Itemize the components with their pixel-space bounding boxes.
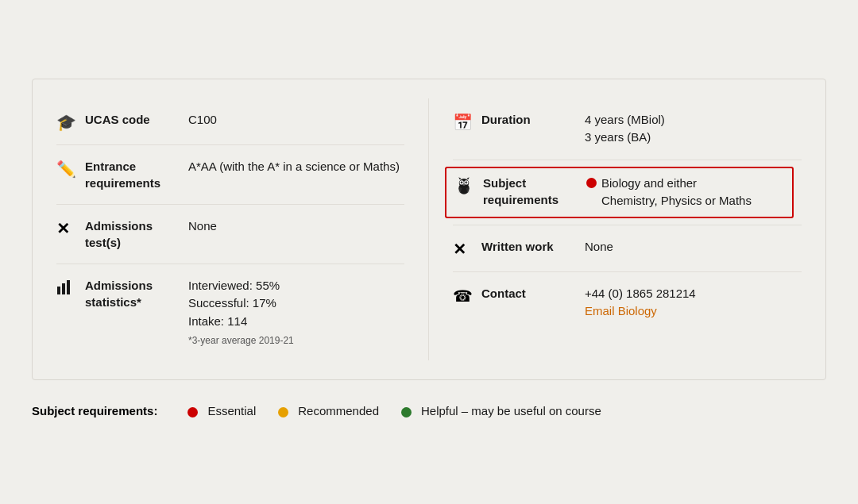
legend-helpful: Helpful – may be useful on course [401, 404, 601, 417]
svg-marker-6 [466, 177, 469, 179]
phone-icon: ☎ [453, 285, 481, 306]
legend-title: Subject requirements: [32, 404, 157, 417]
info-card: 🎓 UCAS code C100 ✏️ Entrance requir [32, 79, 826, 381]
owl-icon [454, 175, 483, 195]
subject-req-value: Biology and either Chemistry, Physics or… [586, 175, 784, 210]
contact-row: ☎ Contact +44 (0) 1865 281214 Email Biol… [453, 272, 802, 333]
subject-req-inner: Subject requirements Biology and either … [453, 173, 802, 212]
legend-recommended-label: Recommended [298, 404, 379, 417]
subject-req-highlight-box: Subject requirements Biology and either … [445, 167, 794, 218]
svg-point-10 [465, 181, 467, 183]
x-icon-test: ✕ [56, 217, 85, 238]
svg-rect-0 [57, 287, 60, 294]
entrance-row: ✏️ Entrance requirements A*AA (with the … [56, 145, 404, 205]
ucas-value: C100 [188, 111, 404, 129]
legend-helpful-label: Helpful – may be useful on course [421, 404, 601, 417]
legend-essential: Essential [187, 404, 256, 417]
admissions-stats-value: Interviewed: 55% Successful: 17% Intake:… [188, 277, 404, 348]
entrance-value: A*AA (with the A* in a science or Maths) [188, 158, 404, 176]
left-column: 🎓 UCAS code C100 ✏️ Entrance requir [56, 98, 429, 361]
legend-section: Subject requirements: Essential Recommen… [32, 399, 826, 417]
svg-point-9 [461, 181, 463, 183]
subject-req-row: Subject requirements Biology and either … [453, 160, 802, 225]
x-icon-written: ✕ [453, 238, 481, 259]
written-work-row: ✕ Written work None [453, 225, 802, 272]
svg-point-11 [462, 182, 462, 183]
legend-recommended: Recommended [278, 404, 379, 417]
svg-marker-5 [458, 177, 461, 179]
right-column: 📅 Duration 4 years (MBiol) 3 years (BA) [429, 98, 802, 361]
written-work-label: Written work [481, 238, 585, 255]
barchart-icon [56, 277, 85, 296]
duration-label: Duration [481, 111, 585, 128]
written-work-value: None [585, 238, 802, 256]
admissions-test-row: ✕ Admissions test(s) None [56, 205, 404, 264]
svg-rect-1 [62, 283, 65, 294]
legend-helpful-dot [401, 407, 412, 417]
email-biology-link[interactable]: Email Biology [585, 304, 657, 317]
page-container: 🎓 UCAS code C100 ✏️ Entrance requir [16, 63, 842, 442]
contact-value: +44 (0) 1865 281214 Email Biology [585, 285, 802, 321]
svg-rect-2 [67, 280, 70, 294]
subject-req-label: Subject requirements [483, 175, 586, 208]
ucas-row: 🎓 UCAS code C100 [56, 98, 404, 145]
admissions-stats-row: Admissions statistics* Interviewed: 55% … [56, 264, 404, 361]
duration-row: 📅 Duration 4 years (MBiol) 3 years (BA) [453, 98, 802, 160]
mortarboard-icon: 🎓 [56, 111, 85, 132]
contact-label: Contact [481, 285, 585, 302]
legend-recommended-dot [278, 407, 288, 417]
pencil-icon: ✏️ [56, 158, 85, 179]
essential-dot [586, 178, 597, 188]
entrance-label: Entrance requirements [85, 158, 188, 191]
ucas-label: UCAS code [85, 111, 188, 128]
legend-essential-label: Essential [207, 404, 256, 417]
calendar-icon: 📅 [453, 111, 481, 132]
svg-point-12 [466, 182, 467, 183]
duration-value: 4 years (MBiol) 3 years (BA) [585, 111, 802, 147]
info-grid: 🎓 UCAS code C100 ✏️ Entrance requir [56, 98, 802, 361]
admissions-test-value: None [188, 217, 404, 236]
admissions-stats-label: Admissions statistics* [85, 277, 188, 310]
admissions-test-label: Admissions test(s) [85, 217, 188, 251]
legend-essential-dot [187, 407, 198, 417]
